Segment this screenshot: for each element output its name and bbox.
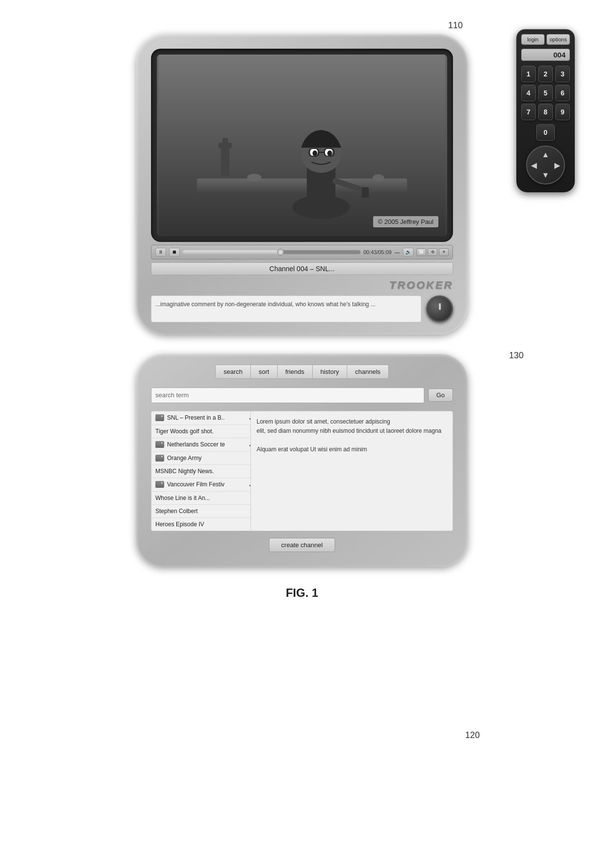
close-button[interactable]: ✕	[439, 248, 449, 256]
svg-point-17	[247, 174, 261, 182]
result-item-stephen[interactable]: Stephen Colbert	[151, 505, 258, 518]
result-item-vancouver[interactable]: Vancouver Film Festiv ✓	[151, 478, 258, 492]
settings-button[interactable]: ⚙	[428, 248, 437, 256]
progress-fill	[183, 250, 281, 254]
details-text: Lorem ipsum dolor sit amet, consectetuer…	[257, 418, 442, 453]
svg-point-18	[373, 174, 384, 181]
svg-point-10	[313, 150, 318, 156]
dpad-circle: ▲ ▼ ◀ ▶	[526, 146, 565, 185]
num-5-button[interactable]: 5	[538, 85, 553, 101]
result-item-heroes[interactable]: Heroes Episode IV	[151, 518, 258, 531]
content-area: SNL – Present in a B.. ✓ Tiger Woods gol…	[151, 411, 453, 531]
tv-screen-bezel: © 2005 Jeffrey Paul	[151, 49, 453, 242]
result-item-netherlands[interactable]: Netherlands Soccer te ✓	[151, 438, 258, 452]
num-4-button[interactable]: 4	[521, 85, 536, 101]
screen-control-buttons: ⬜ ⚙ ✕	[416, 248, 449, 256]
volume-knob[interactable]	[426, 295, 453, 322]
result-item-orange[interactable]: Orange Army	[151, 452, 258, 465]
results-list: SNL – Present in a B.. ✓ Tiger Woods gol…	[151, 411, 258, 531]
tv-screen: © 2005 Jeffrey Paul	[157, 55, 447, 236]
dpad: ▲ ▼ ◀ ▶	[526, 146, 565, 185]
tab-friends[interactable]: friends	[278, 365, 313, 378]
result-item[interactable]: SNL – Present in a B.. ✓	[151, 411, 258, 425]
result-text-orange: Orange Army	[167, 455, 254, 462]
dpad-right-button[interactable]: ▶	[554, 161, 560, 170]
tab-search[interactable]: search	[216, 365, 251, 378]
remote-display: 004	[521, 49, 570, 61]
copyright-overlay: © 2005 Jeffrey Paul	[373, 216, 438, 227]
numpad: 1 2 3 4 5 6 7 8 9	[521, 66, 570, 120]
num-8-button[interactable]: 8	[538, 104, 553, 120]
num-1-button[interactable]: 1	[521, 66, 536, 82]
tab-channels[interactable]: channels	[347, 365, 388, 378]
result-icon-snl	[155, 414, 164, 421]
result-text-msnbc: MSNBC Nightly News.	[155, 468, 254, 475]
details-panel: Lorem ipsum dolor sit amet, consectetuer…	[250, 411, 453, 531]
search-input[interactable]	[151, 388, 424, 403]
dpad-left-button[interactable]: ◀	[531, 161, 537, 170]
time-display: 00:43/05:09	[363, 249, 392, 255]
label-130: 130	[509, 351, 524, 361]
dpad-container: ▲ ▼ ◀ ▶	[521, 146, 570, 185]
result-item-tiger[interactable]: Tiger Woods golf shot.	[151, 425, 258, 438]
svg-point-11	[327, 150, 332, 156]
search-panel: search sort friends history channels Go …	[136, 354, 468, 567]
num-3-button[interactable]: 3	[555, 66, 570, 82]
options-button[interactable]: options	[547, 34, 570, 45]
label-120: 120	[465, 730, 480, 740]
fullscreen-button[interactable]: ⬜	[416, 248, 426, 256]
dpad-down-button[interactable]: ▼	[542, 171, 549, 180]
num-0-button[interactable]: 0	[536, 124, 555, 141]
num-9-button[interactable]: 9	[555, 104, 570, 120]
result-text-snl: SNL – Present in a B..	[167, 414, 245, 421]
volume-button[interactable]: 🔈	[403, 248, 414, 257]
svg-rect-1	[197, 179, 407, 193]
result-text-netherlands: Netherlands Soccer te	[167, 441, 245, 448]
channel-display: Channel 004 – SNL...	[151, 262, 453, 275]
tv-unit: © 2005 Jeffrey Paul ⏸ ⏹ 00:43/05:09 — 🔈 …	[136, 34, 468, 334]
cartoon-svg	[157, 55, 447, 236]
create-channel-row: create channel	[151, 538, 453, 552]
result-text-heroes: Heroes Episode IV	[155, 521, 254, 528]
remote-top-buttons: login options	[521, 34, 570, 45]
volume-icon: —	[395, 249, 400, 255]
num-6-button[interactable]: 6	[555, 85, 570, 101]
svg-rect-4	[222, 138, 228, 145]
zero-row: 0	[521, 124, 570, 141]
video-controls: ⏸ ⏹ 00:43/05:09 — 🔈 ⬜ ⚙ ✕	[151, 245, 453, 259]
svg-rect-2	[221, 145, 229, 176]
tab-bar: search sort friends history channels	[215, 365, 389, 379]
progress-bar[interactable]	[183, 250, 360, 254]
comment-area: ...imaginative comment by non-degenerate…	[151, 295, 453, 322]
result-icon-vancouver	[155, 481, 164, 488]
label-110: 110	[448, 20, 463, 31]
svg-rect-16	[362, 187, 369, 198]
result-icon-orange	[155, 455, 164, 462]
remote-control: login options 004 1 2 3 4 5 6 7 8 9 0 ▲ …	[516, 29, 575, 192]
fig-caption: FIG. 1	[286, 586, 319, 600]
progress-thumb	[277, 249, 284, 256]
result-item-msnbc[interactable]: MSNBC Nightly News.	[151, 465, 258, 478]
num-7-button[interactable]: 7	[521, 104, 536, 120]
stop-button[interactable]: ⏹	[169, 248, 180, 257]
page-container: 110	[0, 0, 604, 868]
pause-button[interactable]: ⏸	[155, 248, 166, 257]
trooker-logo: TROOKER	[151, 279, 453, 292]
create-channel-button[interactable]: create channel	[269, 538, 335, 552]
result-item-whose-line[interactable]: Whose Line is it An...	[151, 492, 258, 505]
comment-box: ...imaginative comment by non-degenerate…	[151, 295, 421, 322]
result-icon-netherlands	[155, 441, 164, 448]
list-with-scroll: SNL – Present in a B.. ✓ Tiger Woods gol…	[151, 411, 245, 531]
result-text-whose-line: Whose Line is it An...	[155, 495, 254, 501]
search-input-row: Go	[151, 388, 453, 403]
dpad-up-button[interactable]: ▲	[542, 150, 549, 159]
cartoon-scene: © 2005 Jeffrey Paul	[157, 55, 447, 236]
tab-history[interactable]: history	[313, 365, 347, 378]
login-button[interactable]: login	[521, 34, 545, 45]
result-text-stephen: Stephen Colbert	[155, 508, 254, 515]
num-2-button[interactable]: 2	[538, 66, 553, 82]
go-button[interactable]: Go	[428, 388, 453, 402]
tab-sort[interactable]: sort	[251, 365, 278, 378]
result-text-tiger: Tiger Woods golf shot.	[155, 428, 254, 435]
result-text-vancouver: Vancouver Film Festiv	[167, 481, 245, 488]
